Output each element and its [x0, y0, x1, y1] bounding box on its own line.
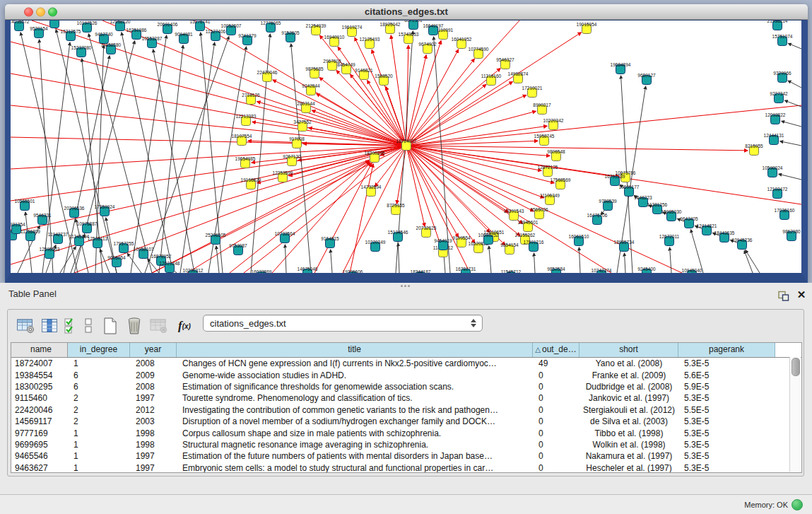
close-panel-icon[interactable]: ✕ — [796, 288, 807, 301]
cell-name[interactable]: 9463627 — [11, 463, 68, 473]
cell-short[interactable]: Wolkin et al. (1998) — [579, 440, 678, 450]
column-header-short[interactable]: short — [579, 343, 678, 357]
network-node[interactable]: 17568569 — [551, 177, 571, 189]
network-node[interactable]: 10742374 — [592, 268, 612, 273]
network-node[interactable]: 18925042 — [380, 22, 401, 34]
network-node[interactable]: 14982874 — [508, 71, 529, 83]
cell-name[interactable]: 9115460 — [11, 393, 68, 403]
network-node[interactable]: 9146821 — [355, 68, 373, 80]
network-node[interactable]: 8725155 — [387, 203, 405, 215]
cell-year[interactable]: 1998 — [130, 428, 177, 438]
cell-year[interactable]: 2009 — [130, 370, 177, 380]
network-node[interactable]: 8215955 — [745, 144, 763, 156]
network-node[interactable]: 10391543 — [504, 209, 524, 221]
table-row[interactable]: 977716911998Corpus callosum shape and si… — [11, 427, 801, 438]
network-node[interactable]: 11858580 — [101, 42, 122, 54]
table-row[interactable]: 946362711997Embryonic stem cells: a mode… — [11, 462, 801, 473]
cell-out-degree[interactable]: 0 — [533, 370, 579, 380]
panel-resize-grip[interactable] — [401, 284, 411, 288]
network-node[interactable]: 16033869 — [252, 269, 272, 273]
table-row[interactable]: 1872400712008Changes of HCN gene express… — [11, 358, 801, 369]
network-node[interactable]: 10220342 — [543, 118, 564, 130]
column-header-out-degree[interactable]: △out_de… — [533, 343, 579, 357]
network-node[interactable]: 11106349 — [540, 193, 560, 205]
network-canvas[interactable]: 2242004627181261221338318107554196549851… — [11, 21, 801, 273]
cell-in-degree[interactable]: 6 — [68, 382, 130, 392]
cell-out-degree[interactable]: 0 — [533, 416, 579, 426]
function-builder-button[interactable]: f(x) — [170, 315, 199, 337]
cell-short[interactable]: Stergiakouli et al. (2012) — [579, 405, 678, 415]
cell-short[interactable]: Franke et al. (2009) — [579, 370, 678, 380]
network-node[interactable]: 20206536 — [64, 206, 85, 218]
network-node[interactable]: 11527406 — [206, 29, 226, 41]
cell-out-degree[interactable]: 49 — [533, 358, 579, 368]
cell-short[interactable]: Yano et al. (2008) — [579, 358, 678, 368]
network-node[interactable]: 9862980 — [782, 229, 801, 241]
cell-in-degree[interactable]: 2 — [68, 393, 130, 403]
network-node[interactable]: 16061510 — [569, 234, 589, 246]
cell-pagerank[interactable]: 5.3E-5 — [678, 358, 775, 368]
cell-year[interactable]: 2003 — [130, 416, 177, 426]
network-node[interactable]: 9164815 — [321, 236, 339, 248]
cell-title[interactable]: Corpus callosum shape and size in male p… — [177, 428, 533, 438]
network-node[interactable]: 12125493 — [360, 37, 380, 49]
network-node[interactable]: 21254939 — [306, 23, 326, 35]
cell-in-degree[interactable]: 1 — [68, 440, 130, 450]
network-node[interactable]: 9520154 — [30, 26, 48, 38]
network-node[interactable]: 9241279 — [238, 33, 257, 45]
cell-pagerank[interactable]: 5.3E-5 — [678, 428, 775, 438]
table-row[interactable]: 1938455462009Genome-wide association stu… — [11, 369, 801, 380]
network-node[interactable]: 16476706 — [587, 213, 608, 225]
cell-in-degree[interactable]: 2 — [68, 416, 130, 426]
network-node[interactable]: 15237080 — [71, 45, 92, 57]
cell-year[interactable]: 2012 — [130, 405, 177, 415]
cell-year[interactable]: 1997 — [130, 393, 177, 403]
cell-pagerank[interactable]: 5.6E-5 — [678, 370, 775, 380]
network-node[interactable]: 20732625 — [416, 226, 437, 238]
network-node[interactable]: 10945040 — [682, 268, 702, 273]
network-node[interactable]: 10774590 — [469, 47, 489, 59]
network-node[interactable]: 9605054 — [107, 255, 126, 267]
delete-column-button[interactable] — [122, 315, 146, 337]
network-node[interactable]: 15134546 — [388, 230, 408, 242]
select-all-button[interactable] — [61, 315, 80, 337]
network-node[interactable]: 18344187 — [411, 269, 431, 273]
network-node[interactable]: 15958745 — [534, 134, 555, 146]
cell-title[interactable]: Estimation of the future numbers of pati… — [177, 451, 533, 461]
network-node[interactable]: 12776065 — [261, 21, 281, 33]
cell-short[interactable]: de Silva et al. (2003) — [579, 416, 678, 426]
cell-title[interactable]: Tourette syndrome. Phenomenology and cla… — [177, 393, 533, 403]
cell-title[interactable]: Investigating the contribution of common… — [177, 405, 533, 415]
cell-title[interactable]: Embryonic stem cells: a model to study s… — [177, 463, 533, 473]
network-node[interactable]: 21933214 — [767, 21, 788, 30]
network-node[interactable]: 17901216 — [524, 240, 544, 252]
network-node[interactable]: 15743053 — [399, 32, 419, 44]
network-node[interactable]: 11345194 — [69, 234, 90, 246]
network-node[interactable]: 9227342 — [770, 91, 788, 103]
cell-short[interactable]: Dudbridge et al. (2008) — [579, 382, 678, 392]
cell-short[interactable]: Hescheler et al. (1997) — [579, 463, 678, 473]
network-node[interactable]: 19654985 — [235, 156, 256, 168]
network-node[interactable]: 14732594 — [361, 185, 382, 197]
cell-in-degree[interactable]: 1 — [68, 463, 130, 473]
table-row[interactable]: 1830029562008Estimation of significance … — [11, 381, 801, 392]
network-node[interactable]: 12505113 — [88, 236, 108, 248]
network-node[interactable]: 9854154 — [500, 243, 519, 255]
network-node[interactable]: 2718126 — [242, 93, 260, 105]
network-node[interactable]: 12444131 — [764, 133, 784, 145]
network-node[interactable]: 9875685 — [305, 66, 324, 78]
cell-title[interactable]: Genome-wide association studies in ADHD. — [177, 370, 533, 380]
network-node[interactable]: 10733564 — [275, 231, 295, 243]
cell-in-degree[interactable]: 1 — [68, 428, 130, 438]
cell-in-degree[interactable]: 1 — [68, 451, 130, 461]
cell-short[interactable]: Tibbo et al. (1998) — [579, 428, 678, 438]
network-window-titlebar[interactable]: citations_edges.txt — [5, 4, 808, 20]
cell-year[interactable]: 1998 — [130, 440, 177, 450]
network-node[interactable]: 12021248 — [160, 261, 180, 273]
cell-out-degree[interactable]: 0 — [533, 451, 579, 461]
cell-year[interactable]: 1997 — [130, 451, 177, 461]
cell-name[interactable]: 22420046 — [11, 405, 68, 415]
table-vertical-scrollbar[interactable] — [789, 357, 801, 472]
cell-out-degree[interactable]: 0 — [533, 405, 579, 415]
cell-out-degree[interactable]: 0 — [533, 463, 579, 473]
